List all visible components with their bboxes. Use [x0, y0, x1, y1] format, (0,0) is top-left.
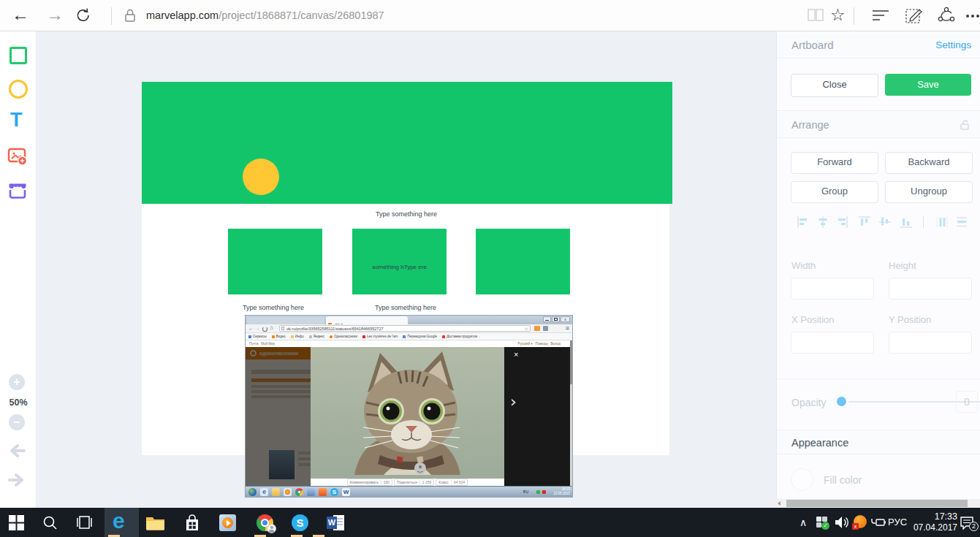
bookmark-item: Переводчик Google [403, 335, 437, 338]
align-right-icon[interactable] [837, 216, 848, 229]
opacity-label: Opacity [791, 397, 826, 408]
opacity-value: 0 [956, 391, 978, 413]
inner-refresh-icon [262, 327, 267, 332]
yellow-circle-layer[interactable] [243, 159, 279, 195]
inner-star-icon: ☆ [525, 326, 528, 331]
tray-app-icon[interactable]: ✓ [816, 517, 828, 528]
backward-button[interactable]: Backward [885, 152, 973, 174]
horizontal-scrollbar[interactable] [775, 499, 980, 508]
tray-download-icon[interactable]: x [852, 515, 867, 530]
fill-color-swatch[interactable] [791, 468, 813, 491]
green-square-middle[interactable]: something hType ere [352, 229, 447, 294]
group-button[interactable]: Group [791, 181, 878, 203]
inner-page-scrollbar [570, 340, 572, 486]
distribute-horizontal-icon[interactable] [935, 216, 949, 229]
reading-view-icon[interactable] [807, 8, 824, 23]
skype-icon[interactable]: S [292, 514, 308, 531]
text-tool-icon[interactable]: T [10, 110, 23, 130]
inner-site-links-left: Почта Мой Мир [249, 342, 275, 346]
inner-address-bar: ← → ⌂ ok.ru/profile/335652585111/statuse… [246, 324, 572, 333]
file-explorer-icon[interactable] [145, 515, 165, 530]
undo-icon[interactable] [8, 444, 26, 457]
inner-back-icon: ← [248, 326, 254, 331]
tray-expand-icon[interactable]: ∧ [799, 517, 807, 528]
design-canvas[interactable]: Type something here something hType ere … [37, 31, 776, 508]
inner-tray-clock: 18:15 22.05.2015 [553, 487, 570, 496]
store-icon[interactable] [183, 514, 201, 532]
text-layer-in-square[interactable]: something hType ere [352, 264, 447, 270]
task-view-icon[interactable] [76, 516, 93, 529]
inner-tab-strip: ♪ Весенняя классика - нас 7/8 Одноклассн… [246, 316, 572, 324]
align-left-icon[interactable] [797, 216, 808, 229]
forward-button[interactable]: Forward [791, 152, 878, 174]
share-icon[interactable] [937, 6, 956, 25]
settings-link[interactable]: Settings [935, 39, 971, 50]
green-square-left[interactable] [228, 229, 322, 294]
embedded-browser-screenshot[interactable]: ♪ Весенняя классика - нас 7/8 Одноклассн… [246, 316, 572, 497]
address-bar[interactable]: marvelapp.com/project/1868871/canvas/268… [146, 9, 384, 21]
rectangle-tool-icon[interactable] [10, 47, 27, 64]
circle-tool-icon[interactable] [9, 80, 28, 99]
zoom-out-button[interactable]: − [9, 414, 25, 430]
language-indicator[interactable]: РУС [888, 517, 907, 528]
arrange-section-header: Arrange [777, 110, 980, 138]
width-input[interactable] [791, 278, 874, 300]
media-player-icon[interactable] [219, 514, 236, 531]
align-center-horizontal-icon[interactable] [817, 216, 829, 229]
volume-icon[interactable] [835, 516, 849, 529]
favorites-star-icon[interactable]: ☆ [830, 5, 846, 25]
opacity-slider-handle[interactable] [837, 397, 846, 406]
edge-taskbar-button[interactable]: e [105, 508, 139, 537]
image-tool-icon[interactable] [7, 147, 28, 166]
inner-tab-1: ♪ Весенняя классика - нас [247, 317, 324, 324]
hub-icon[interactable] [871, 9, 890, 22]
windows-taskbar: e S W [0, 508, 980, 537]
inner-word-icon: W [342, 488, 350, 496]
divider [923, 216, 924, 228]
close-button[interactable]: Close [791, 74, 878, 97]
marketplace-tool-icon[interactable] [7, 182, 28, 199]
ungroup-button[interactable]: Ungroup [885, 181, 973, 203]
unlock-icon[interactable] [959, 119, 970, 131]
zoom-in-button[interactable]: + [9, 374, 25, 390]
text-layer-label-left[interactable]: Type something here [243, 304, 304, 311]
align-bottom-icon[interactable] [900, 216, 913, 229]
tray-date: 07.04.2017 [912, 522, 957, 533]
inner-tray-icon-red [542, 490, 546, 494]
appearance-title: Appearance [791, 437, 848, 449]
forward-icon[interactable]: → [46, 6, 64, 23]
web-note-icon[interactable] [905, 7, 924, 26]
inner-ie-icon: e [260, 488, 268, 496]
photo-viewer-side-panel: × › [504, 347, 572, 486]
tray-clock[interactable]: 17:33 07.04.2017 [912, 511, 957, 533]
scrollbar-thumb[interactable] [786, 500, 968, 507]
y-position-input[interactable] [889, 332, 972, 354]
inner-chrome-icon [295, 488, 303, 496]
like-button: Класс94 634 [436, 479, 468, 486]
back-icon[interactable]: ← [12, 6, 29, 23]
green-square-right[interactable] [476, 229, 570, 294]
x-position-input[interactable] [791, 332, 874, 354]
inner-tab-2: 7/8 Одноклассники [326, 316, 408, 324]
panel-header: Artboard Settings [777, 31, 980, 58]
distribute-vertical-icon[interactable] [955, 216, 968, 229]
word-icon[interactable]: W [327, 514, 344, 532]
align-middle-vertical-icon[interactable] [878, 216, 892, 229]
search-icon[interactable] [42, 515, 58, 530]
align-top-icon[interactable] [858, 216, 871, 229]
inner-skype-icon: S [330, 488, 338, 496]
text-layer-top[interactable]: Type something here [333, 210, 479, 218]
height-input[interactable] [889, 278, 972, 300]
start-button-icon[interactable] [9, 515, 24, 530]
text-layer-label-middle[interactable]: Type something here [375, 304, 436, 311]
save-button[interactable]: Save [885, 74, 971, 96]
green-rectangle-layer[interactable] [142, 82, 672, 204]
inner-site-topstrip: Почта Мой Мир Русский ▾ Помощь Выход [246, 340, 572, 347]
power-icon[interactable] [870, 517, 886, 528]
browser-toolbar: ← → marvelapp.com/project/1868871/canvas… [0, 0, 980, 31]
redo-icon[interactable] [8, 473, 26, 487]
more-options-icon[interactable] [966, 15, 969, 18]
chrome-icon[interactable] [257, 514, 273, 531]
refresh-icon[interactable] [75, 7, 92, 24]
scroll-left-icon[interactable] [778, 501, 780, 506]
